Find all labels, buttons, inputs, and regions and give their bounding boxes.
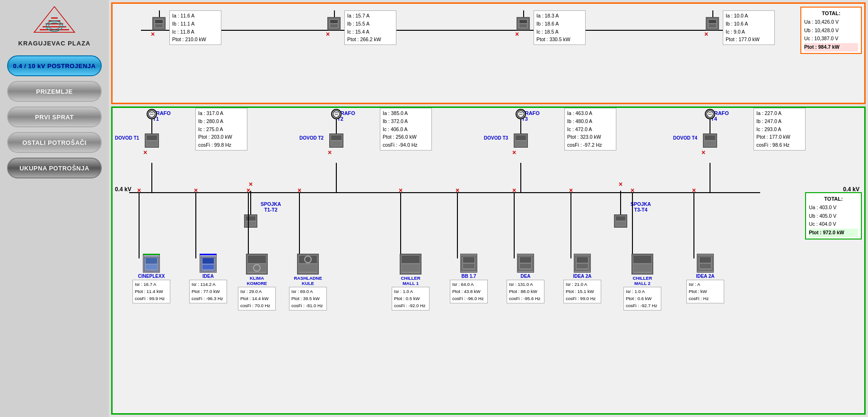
svg-rect-40 [616, 216, 625, 221]
total-box-10kv: TOTAL: Ua : 10,426.0 V Ub : 10,428.0 V U… [800, 7, 862, 54]
svg-rect-50 [248, 264, 266, 272]
dovod-t1-label: DOVOD T1 [115, 135, 139, 141]
info-box-f3: Ia : 18.3 A Ib : 18.6 A Ic : 18.5 A Ptot… [534, 10, 586, 45]
vline-t1 [151, 119, 152, 133]
vline-t2 [336, 119, 337, 133]
bb17-stats: Isr : 64.0 A Ptot : 43.8 kW cosFi : -96.… [450, 280, 488, 303]
chiller2-stats: Isr : 1.0 A Ptot : 0.6 kW cosFi : -92.7 … [623, 287, 661, 311]
vline-t4 [710, 119, 710, 133]
vline-idea2a-2 [693, 192, 694, 258]
device-f1 [152, 17, 166, 30]
consumer-dea: DEA Isr : 131.0 A Ptot : 88.0 kW cosFi :… [507, 254, 544, 303]
vline-rashladne [299, 192, 300, 258]
svg-rect-58 [402, 264, 420, 272]
bus-line-10kv [141, 30, 760, 31]
vline-t4-down [710, 163, 710, 192]
bottom-section-04kv: 0.4 kV 0.4 kV TRAFO T1 × D [111, 106, 866, 415]
spojka-t1t2-label: SPOJKA T1-T2 [261, 201, 281, 213]
vline-idea [195, 192, 196, 258]
svg-rect-47 [202, 265, 214, 269]
main-diagram: 10 kV × Ia : 11.6 A Ib : 11.1 A Ic : 11.… [109, 0, 868, 417]
svg-rect-12 [330, 20, 338, 23]
consumer-klima: KLIMA KOMORE Isr : 29.0 A Ptot : 14.4 kW… [238, 254, 276, 311]
feeder-3: × Ia : 18.3 A Ib : 18.6 A Ic : 18.5 A Pt… [517, 10, 518, 30]
idea-name: IDEA [202, 274, 214, 279]
cineplexx-name: CINEPLEXX [138, 274, 165, 279]
dea-stats: Isr : 131.0 A Ptot : 88.0 kW cosFi : -95… [507, 280, 544, 303]
bb17-icon [460, 254, 477, 273]
idea-stats: Isr : 114.2 A Ptot : 77.0 kW cosFi : -96… [189, 280, 227, 303]
svg-rect-72 [700, 257, 711, 263]
klima-name: KLIMA KOMORE [247, 275, 267, 286]
svg-rect-15 [519, 20, 527, 23]
chiller2-icon [631, 254, 653, 275]
nav-btn-prizemlje[interactable]: PRIZEMLJE [7, 81, 102, 102]
nav-btn-prvi-sprat[interactable]: PRVI SPRAT [7, 106, 102, 127]
info-box-f2: Ia : 15.7 A Ib : 15.5 A Ic : 15.4 A Ptot… [344, 10, 396, 45]
dovod-t3-label: DOVOD T3 [484, 135, 508, 141]
vline-chiller2 [632, 192, 633, 258]
trafo-t1-symbol [147, 109, 157, 119]
svg-rect-26 [331, 135, 342, 140]
idea-icon [200, 254, 217, 273]
svg-rect-49 [248, 256, 266, 263]
svg-rect-9 [155, 20, 163, 23]
device-f4 [706, 17, 719, 30]
klima-stats: Isr : 29.0 A Ptot : 14.4 kW cosFi : 70.0… [238, 287, 276, 311]
x-mark-f2: × [326, 30, 330, 38]
svg-rect-13 [330, 24, 338, 27]
dovod-t4-label: DOVOD T4 [673, 135, 697, 141]
trafo-t2-symbol [331, 109, 342, 119]
nav-btn-ostali[interactable]: OSTALI POTROŠAČI [7, 132, 102, 153]
x-mark-f3: × [515, 30, 519, 38]
svg-rect-35 [705, 141, 715, 146]
consumer-chiller1: CHILLER MALL 1 Isr : 1.0 A Ptot : 0.5 kW… [392, 254, 430, 311]
svg-rect-16 [519, 24, 527, 27]
svg-rect-23 [147, 141, 157, 146]
svg-rect-19 [709, 24, 716, 27]
idea2a-2-name: IDEA 2A [696, 274, 714, 279]
consumer-chiller2: CHILLER MALL 2 Isr : 1.0 A Ptot : 0.6 kW… [623, 254, 661, 311]
vline-spojka-t1t2 [250, 191, 251, 214]
consumer-bb17: BB 1.7 Isr : 64.0 A Ptot : 43.8 kW cosFi… [450, 254, 488, 303]
device-f2 [327, 17, 341, 30]
bus-line-04kv [129, 192, 760, 193]
vline-t3 [520, 119, 521, 133]
x-mark-t3: × [512, 149, 516, 156]
device-spojka-t1t2 [244, 214, 257, 228]
idea2a-2-stats: Isr : A Ptot : kW cosFi : Hz [686, 280, 724, 303]
device-f3 [517, 17, 530, 30]
rashladne-icon [297, 254, 319, 275]
total-box-04kv: TOTAL: Ua : 403.0 V Ub : 405.0 V Uc : 40… [805, 192, 862, 240]
top-section-10kv: 10 kV × Ia : 11.6 A Ib : 11.1 A Ic : 11.… [111, 2, 866, 104]
vline-klima [248, 192, 249, 258]
svg-rect-60 [463, 257, 474, 263]
label-04kv-right: 0.4 kV [843, 186, 859, 193]
cineplexx-stats: Isr : 16.7 A Ptot : 11.4 kW cosFi : 99.9… [132, 280, 170, 303]
vline-chiller1 [400, 192, 401, 258]
idea2a-1-icon [574, 254, 591, 273]
nav-btn-ukupna[interactable]: UKUPNA POTROŠNJA [7, 158, 102, 178]
feeder-2: × Ia : 15.7 A Ib : 15.5 A Ic : 15.4 A Pt… [328, 10, 329, 30]
vline-spojka-t3t4 [620, 191, 621, 214]
x-mark-spojka-t3t4: × [619, 180, 623, 188]
svg-rect-41 [616, 222, 625, 226]
svg-rect-31 [516, 141, 526, 146]
cineplexx-icon [143, 254, 160, 273]
svg-rect-57 [402, 256, 420, 263]
logo-svg [31, 5, 78, 38]
svg-rect-73 [700, 264, 711, 268]
x-mark-t2: × [328, 149, 332, 156]
nav-btn-postrojenja[interactable]: 0.4 / 10 kV POSTROJENJA [7, 55, 102, 76]
sidebar: KRAGUJEVAC PLAZA 0.4 / 10 kV POSTROJENJA… [0, 0, 109, 417]
info-box-t1: Ia : 317.0 A Ib : 280.0 A Ic : 275.0 A P… [195, 108, 247, 151]
vline-t3-down [520, 163, 521, 192]
svg-rect-10 [155, 24, 163, 27]
svg-rect-30 [516, 135, 526, 140]
x-mark-t4: × [701, 149, 705, 156]
feeder-1: × Ia : 11.6 A Ib : 11.1 A Ic : 11.8 A Pt… [153, 10, 154, 30]
consumer-idea2a-1: IDEA 2A Isr : 21.0 A Ptot : 15.1 kW cosF… [563, 254, 601, 303]
vline-cineplexx [139, 192, 140, 258]
svg-rect-46 [202, 258, 214, 264]
dovod-t2-label: DOVOD T2 [299, 135, 324, 141]
